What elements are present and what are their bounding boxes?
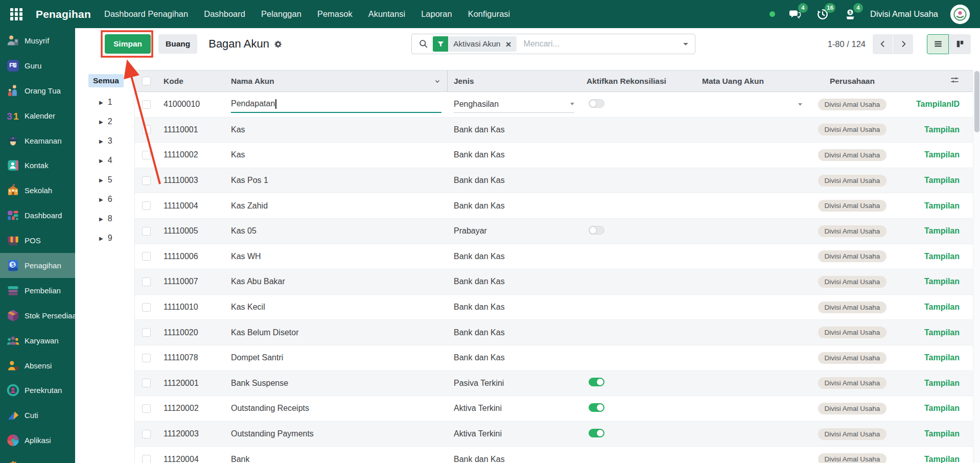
sidebar-item-absensi[interactable]: Absensi <box>0 353 75 378</box>
sidebar-item-pengaturan[interactable]: Pengaturan <box>0 453 75 463</box>
filter-group-5[interactable]: ▶5 <box>75 170 134 190</box>
view-button[interactable]: Tampilan <box>924 429 960 438</box>
view-button[interactable]: Tampilan <box>924 353 960 362</box>
apps-menu-icon[interactable] <box>10 8 22 20</box>
sidebar-item-keamanan[interactable]: Keamanan <box>0 128 75 153</box>
header-currency[interactable]: Mata Uang Akun <box>696 77 808 86</box>
view-button[interactable]: Tampilan <box>924 455 960 463</box>
filter-group-1[interactable]: ▶1 <box>75 92 134 112</box>
discard-button[interactable]: Buang <box>158 34 197 54</box>
sidebar-item-orang-tua[interactable]: Orang Tua <box>0 78 75 103</box>
sidebar-item-pembelian[interactable]: Pembelian <box>0 278 75 303</box>
list-view-button[interactable] <box>927 34 949 54</box>
search-filter-chip[interactable]: Aktivasi Akun × <box>433 36 516 52</box>
row-checkbox[interactable] <box>142 455 151 463</box>
reconcile-toggle[interactable] <box>589 378 604 386</box>
view-button[interactable]: Tampilan <box>924 303 960 312</box>
reconcile-toggle[interactable] <box>589 429 604 437</box>
header-type[interactable]: Jenis <box>448 77 580 86</box>
row-checkbox[interactable] <box>142 404 151 413</box>
table-row[interactable]: 11110002KasBank dan KasDivisi Amal Usaha… <box>135 143 973 168</box>
reconcile-toggle[interactable] <box>589 99 604 108</box>
view-button[interactable]: Tampilan <box>924 379 960 388</box>
header-reconcile[interactable]: Aktifkan Rekonsiliasi <box>580 77 696 86</box>
reconcile-toggle[interactable] <box>589 226 604 235</box>
filter-group-4[interactable]: ▶4 <box>75 151 134 170</box>
sidebar-item-perekrutan[interactable]: Perekrutan <box>0 378 75 403</box>
messages-button[interactable]: 4 <box>787 7 803 21</box>
view-button[interactable]: Tampilan <box>924 277 960 286</box>
table-row[interactable]: 11120004BankBank dan KasDivisi Amal Usah… <box>135 447 973 463</box>
table-row[interactable]: 11110007Kas Abu BakarBank dan KasDivisi … <box>135 269 973 295</box>
view-button[interactable]: Tampilan <box>924 252 960 261</box>
optional-columns-button[interactable] <box>950 75 960 87</box>
row-checkbox[interactable] <box>142 379 151 387</box>
filter-group-3[interactable]: ▶3 <box>75 131 134 151</box>
table-row[interactable]: 41000010PendapatanPenghasilanDivisi Amal… <box>135 92 973 118</box>
currency-select[interactable] <box>702 103 802 106</box>
account-name-input[interactable]: Pendapatan <box>231 96 441 113</box>
table-row[interactable]: 11120001Bank SuspensePasiva TerkiniDivis… <box>135 371 973 397</box>
sidebar-item-pos[interactable]: POS <box>0 228 75 253</box>
row-checkbox[interactable] <box>142 151 151 159</box>
filter-all[interactable]: Semua <box>88 74 124 87</box>
sidebar-item-aplikasi[interactable]: Aplikasi <box>0 428 75 453</box>
activities-button[interactable]: 16 <box>815 7 830 21</box>
scrollbar-thumb[interactable] <box>974 71 979 132</box>
topnav-item-akuntansi[interactable]: Akuntansi <box>368 9 405 19</box>
table-row[interactable]: 11110005Kas 05PrabayarDivisi Amal UsahaT… <box>135 219 973 244</box>
app-name[interactable]: Penagihan <box>36 8 91 20</box>
action-gear-button[interactable] <box>274 40 283 49</box>
row-checkbox[interactable] <box>142 328 151 337</box>
sidebar-item-dashboard[interactable]: Dashboard <box>0 203 75 228</box>
row-checkbox[interactable] <box>142 430 151 438</box>
header-code[interactable]: Kode <box>157 77 225 86</box>
table-row[interactable]: 11110020Kas Belum DisetorBank dan KasDiv… <box>135 320 973 345</box>
sidebar-item-kontak[interactable]: Kontak <box>0 153 75 178</box>
row-checkbox[interactable] <box>142 277 151 286</box>
sidebar-item-guru[interactable]: Guru <box>0 53 75 78</box>
view-button[interactable]: Tampilan <box>924 150 960 159</box>
row-checkbox[interactable] <box>142 227 151 236</box>
table-row[interactable]: 11110004Kas ZahidBank dan KasDivisi Amal… <box>135 193 973 219</box>
row-checkbox[interactable] <box>142 176 151 185</box>
view-button[interactable]: Tampilan <box>924 328 960 337</box>
table-row[interactable]: 11110003Kas Pos 1Bank dan KasDivisi Amal… <box>135 168 973 194</box>
header-company[interactable]: Perusahaan <box>808 77 896 86</box>
user-avatar[interactable] <box>950 5 970 24</box>
topnav-item-pemasok[interactable]: Pemasok <box>317 9 353 19</box>
topnav-item-dashboard-penagihan[interactable]: Dashboard Penagihan <box>104 9 188 19</box>
row-checkbox[interactable] <box>142 125 151 134</box>
topnav-item-konfigurasi[interactable]: Konfigurasi <box>468 9 510 19</box>
search-dropdown-button[interactable] <box>676 34 695 54</box>
row-checkbox[interactable] <box>142 252 151 261</box>
company-switcher[interactable]: Divisi Amal Usaha <box>870 9 938 19</box>
sidebar-item-kalender[interactable]: 31Kalender <box>0 103 75 128</box>
table-row[interactable]: 11120003Outstanding PaymentsAktiva Terki… <box>135 422 973 447</box>
filter-group-6[interactable]: ▶6 <box>75 190 134 209</box>
pager-previous-button[interactable] <box>873 34 893 54</box>
sidebar-item-sekolah[interactable]: Sekolah <box>0 178 75 203</box>
topnav-item-pelanggan[interactable]: Pelanggan <box>261 9 301 19</box>
sidebar-item-penagihan[interactable]: $Penagihan <box>0 253 75 278</box>
view-button[interactable]: Tampilan <box>924 226 960 236</box>
view-button[interactable]: Tampilan <box>924 176 960 185</box>
kanban-view-button[interactable] <box>949 34 971 54</box>
table-row[interactable]: 11120002Outstanding ReceiptsAktiva Terki… <box>135 396 973 422</box>
table-row[interactable]: 11110078Dompet SantriBank dan KasDivisi … <box>135 345 973 371</box>
row-checkbox[interactable] <box>142 354 151 362</box>
view-button[interactable]: TampilanID <box>916 100 960 109</box>
sidebar-item-cuti[interactable]: Cuti <box>0 403 75 428</box>
filter-group-9[interactable]: ▶9 <box>75 228 134 248</box>
pager-next-button[interactable] <box>893 34 913 54</box>
search-input[interactable] <box>523 39 677 49</box>
select-all-checkbox[interactable] <box>142 77 151 85</box>
filter-group-8[interactable]: ▶8 <box>75 209 134 228</box>
row-checkbox[interactable] <box>142 201 151 210</box>
table-row[interactable]: 11110010Kas KecilBank dan KasDivisi Amal… <box>135 295 973 320</box>
cashier-button[interactable]: $ 4 <box>843 7 858 21</box>
table-row[interactable]: 11110006Kas WHBank dan KasDivisi Amal Us… <box>135 244 973 270</box>
vertical-scrollbar[interactable] <box>973 70 980 463</box>
view-button[interactable]: Tampilan <box>924 201 960 211</box>
row-checkbox[interactable] <box>142 303 151 312</box>
